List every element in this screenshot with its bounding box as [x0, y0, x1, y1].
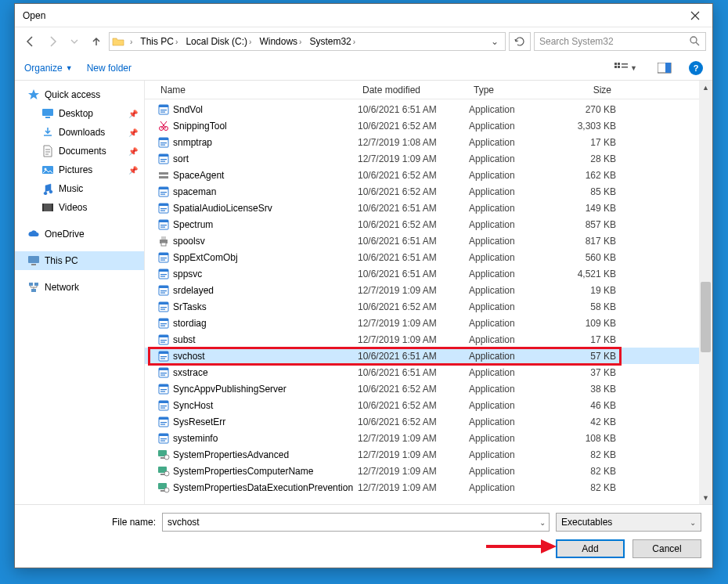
svg-rect-59 [160, 276, 165, 276]
column-date[interactable]: Date modified [358, 85, 469, 96]
search-input[interactable]: Search System32 [534, 32, 706, 51]
breadcrumb-item[interactable]: Windows› [256, 36, 305, 47]
scroll-thumb[interactable] [701, 282, 711, 352]
file-row[interactable]: SyncAppvPublishingServer10/6/2021 6:52 A… [145, 380, 712, 397]
file-size: 28 KB [555, 153, 616, 164]
file-row[interactable]: sort12/7/2019 1:09 AMApplication28 KB [145, 150, 712, 167]
file-row[interactable]: SystemPropertiesComputerName12/7/2019 1:… [145, 463, 712, 479]
scroll-up-icon[interactable]: ▲ [699, 81, 712, 94]
sidebar-documents[interactable]: Documents📌 [15, 142, 144, 160]
help-button[interactable]: ? [689, 61, 703, 75]
svg-rect-85 [159, 384, 168, 387]
up-button[interactable] [87, 32, 106, 51]
svg-rect-29 [160, 142, 167, 143]
file-icon [156, 284, 171, 297]
chevron-down-icon[interactable]: ⌄ [690, 518, 696, 527]
vertical-scrollbar[interactable]: ▲ ▼ [699, 81, 712, 504]
cancel-button[interactable]: Cancel [632, 539, 701, 558]
sidebar-desktop[interactable]: Desktop📌 [15, 104, 144, 123]
file-row[interactable]: SysResetErr10/6/2021 6:52 AMApplication4… [145, 413, 712, 430]
file-type-filter[interactable]: Executables ⌄ [556, 513, 701, 532]
column-headers[interactable]: Name Date modified Type Size [145, 81, 712, 99]
sidebar-onedrive[interactable]: OneDrive [15, 225, 144, 243]
file-row[interactable]: Spectrum10/6/2021 6:52 AMApplication857 … [145, 216, 712, 233]
sidebar-pictures[interactable]: Pictures📌 [15, 160, 144, 179]
file-row[interactable]: SpaceAgent10/6/2021 6:52 AMApplication16… [145, 167, 712, 183]
sidebar-downloads[interactable]: Downloads📌 [15, 123, 144, 142]
file-row[interactable]: SyncHost10/6/2021 6:52 AMApplication46 K… [145, 397, 712, 413]
file-row[interactable]: SppExtComObj10/6/2021 6:51 AMApplication… [145, 249, 712, 265]
filename-label: File name: [26, 517, 156, 528]
sidebar-quick-access[interactable]: Quick access [15, 85, 144, 104]
file-row[interactable]: spaceman10/6/2021 6:52 AMApplication85 K… [145, 183, 712, 200]
sidebar-music[interactable]: Music [15, 179, 144, 198]
preview-pane-button[interactable] [654, 61, 675, 75]
file-row[interactable]: srdelayed12/7/2019 1:09 AMApplication19 … [145, 282, 712, 298]
breadcrumb-item[interactable]: Local Disk (C:)› [182, 36, 254, 47]
breadcrumb[interactable]: › This PC› Local Disk (C:)› Windows› Sys… [109, 32, 506, 51]
breadcrumb-item[interactable]: System32› [306, 36, 359, 47]
file-row[interactable]: SnippingTool10/6/2021 6:52 AMApplication… [145, 117, 712, 134]
view-options-button[interactable]: ▼ [611, 61, 640, 75]
close-button[interactable] [678, 4, 712, 27]
forward-button[interactable] [43, 32, 62, 51]
file-date: 12/7/2019 1:09 AM [358, 285, 469, 296]
file-date: 10/6/2021 6:52 AM [358, 384, 469, 395]
file-row[interactable]: sxstrace10/6/2021 6:51 AMApplication37 K… [145, 364, 712, 380]
file-date: 12/7/2019 1:09 AM [358, 153, 469, 164]
music-icon [41, 182, 54, 195]
file-row[interactable]: subst12/7/2019 1:09 AMApplication17 KB [145, 331, 712, 348]
file-row[interactable]: snmptrap12/7/2019 1:08 AMApplication17 K… [145, 134, 712, 150]
dialog-title: Open [23, 10, 678, 21]
sidebar-videos[interactable]: Videos [15, 198, 144, 217]
svg-rect-44 [160, 210, 165, 211]
file-row[interactable]: SpatialAudioLicenseSrv10/6/2021 6:51 AMA… [145, 200, 712, 216]
svg-rect-34 [160, 160, 165, 161]
sidebar-network[interactable]: Network [15, 278, 144, 297]
file-name: stordiag [171, 318, 358, 329]
file-row[interactable]: SystemPropertiesAdvanced12/7/2019 1:09 A… [145, 446, 712, 463]
file-row[interactable]: svchost10/6/2021 6:51 AMApplication57 KB [145, 348, 712, 364]
file-row[interactable]: stordiag12/7/2019 1:09 AMApplication109 … [145, 315, 712, 331]
pc-icon [27, 254, 40, 267]
breadcrumb-item[interactable]: This PC› [137, 36, 181, 47]
file-name: subst [171, 334, 358, 345]
column-type[interactable]: Type [469, 85, 555, 96]
file-name: snmptrap [171, 137, 358, 148]
file-row[interactable]: SndVol10/6/2021 6:51 AMApplication270 KB [145, 101, 712, 117]
recent-dropdown[interactable] [65, 32, 84, 51]
chevron-down-icon[interactable]: ⌄ [539, 518, 546, 527]
file-name: SrTasks [171, 301, 358, 312]
column-name[interactable]: Name [156, 85, 358, 96]
svg-rect-4 [618, 66, 620, 68]
svg-rect-36 [159, 176, 168, 178]
new-folder-button[interactable]: New folder [87, 63, 132, 74]
file-size: 37 KB [555, 367, 616, 378]
address-dropdown[interactable]: ⌄ [486, 36, 503, 47]
svg-rect-54 [160, 258, 167, 258]
filename-input[interactable]: svchost ⌄ [162, 513, 550, 532]
organize-menu[interactable]: Organize ▼ [24, 63, 73, 74]
file-row[interactable]: spoolsv10/6/2021 6:51 AMApplication817 K… [145, 233, 712, 249]
file-list[interactable]: SndVol10/6/2021 6:51 AMApplication270 KB… [145, 99, 712, 504]
download-icon [41, 126, 54, 139]
add-button[interactable]: Add [556, 539, 625, 558]
file-row[interactable]: sppsvc10/6/2021 6:51 AMApplication4,521 … [145, 265, 712, 282]
file-size: 3,303 KB [555, 121, 616, 132]
file-icon [156, 301, 171, 313]
svg-rect-43 [160, 208, 167, 209]
file-date: 10/6/2021 6:52 AM [358, 400, 469, 411]
column-size[interactable]: Size [555, 85, 616, 96]
svg-rect-55 [160, 259, 165, 260]
svg-rect-57 [159, 269, 168, 272]
file-date: 12/7/2019 1:09 AM [358, 482, 469, 493]
refresh-button[interactable] [509, 32, 531, 51]
svg-rect-16 [28, 256, 39, 263]
file-row[interactable]: SrTasks10/6/2021 6:52 AMApplication58 KB [145, 298, 712, 315]
pictures-icon [41, 164, 54, 176]
file-row[interactable]: systeminfo12/7/2019 1:09 AMApplication10… [145, 430, 712, 446]
scroll-down-icon[interactable]: ▼ [699, 491, 712, 504]
file-row[interactable]: SystemPropertiesDataExecutionPrevention1… [145, 479, 712, 496]
back-button[interactable] [21, 32, 40, 51]
sidebar-this-pc[interactable]: This PC [15, 251, 144, 270]
